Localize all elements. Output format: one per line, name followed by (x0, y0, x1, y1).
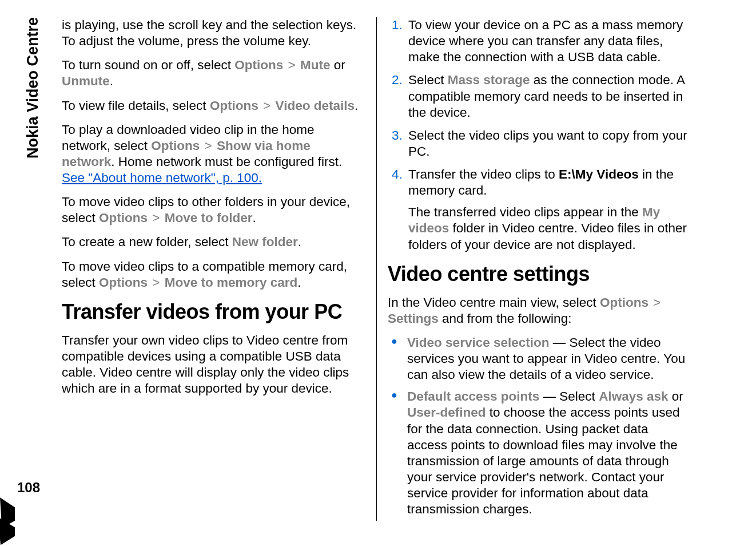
text: . (110, 74, 113, 88)
ui-options: Options (151, 139, 200, 153)
separator-gt: > (283, 58, 300, 72)
paragraph-file-details: To view file details, select Options > V… (62, 98, 365, 114)
ui-options: Options (210, 98, 258, 113)
text: . (297, 275, 301, 290)
heading-video-centre-settings: Video centre settings (388, 261, 691, 287)
ui-options: Options (99, 275, 148, 290)
ui-new-folder: New folder (232, 235, 298, 249)
path-my-videos: E:\My Videos (559, 167, 639, 181)
paragraph-home-network: To play a downloaded video clip in the h… (62, 122, 365, 187)
text: or (668, 389, 683, 403)
list-item: Select the video clips you want to copy … (406, 128, 691, 160)
ui-mute: Mute (300, 58, 331, 72)
side-chapter-label: Nokia Video Centre (24, 17, 42, 159)
list-item: To view your device on a PC as a mass me… (406, 17, 691, 65)
page-corner-decoration (0, 443, 15, 546)
text: . (252, 211, 256, 225)
ui-video-details: Video details (276, 98, 355, 113)
page-content: is playing, use the scroll key and the s… (62, 17, 691, 521)
paragraph-playing: is playing, use the scroll key and the s… (62, 17, 365, 49)
text: Select (408, 73, 448, 87)
text: and from the following: (439, 311, 572, 326)
ui-settings: Settings (388, 311, 439, 326)
text: Select the video clips you want to copy … (408, 128, 691, 160)
ui-always-ask: Always ask (599, 389, 668, 403)
separator-gt: > (648, 295, 662, 310)
text: folder in Video centre. Video files in o… (408, 221, 687, 251)
text: In the Video centre main view, select (388, 295, 600, 310)
separator-gt: > (258, 98, 276, 113)
text: — Select (539, 389, 599, 403)
ui-video-service-selection: Video service selection (407, 335, 549, 350)
text: . (298, 235, 301, 249)
paragraph-move-folder: To move video clips to other folders in … (62, 194, 365, 226)
text: Transfer the video clips to (408, 167, 559, 181)
ui-unmute: Unmute (62, 74, 110, 88)
separator-gt: > (148, 275, 165, 290)
text: To view file details, select (62, 98, 210, 113)
paragraph-settings-intro: In the Video centre main view, select Op… (388, 295, 691, 327)
paragraph-new-folder: To create a new folder, select New folde… (62, 234, 365, 250)
list-item: Transfer the video clips to E:\My Videos… (406, 167, 691, 253)
text: Select Mass storage as the connection mo… (408, 72, 691, 120)
list-item: Default access points — Select Always as… (404, 389, 691, 517)
text: The transferred video clips appear in th… (408, 204, 691, 252)
ui-user-defined: User-defined (407, 405, 486, 420)
text: or (330, 58, 345, 72)
text: Transfer the video clips to E:\My Videos… (408, 167, 691, 199)
ui-options: Options (600, 295, 648, 310)
ui-options: Options (99, 211, 148, 225)
settings-list: Video service selection — Select the vid… (388, 335, 691, 517)
list-item: Video service selection — Select the vid… (404, 335, 691, 383)
paragraph-move-memory: To move video clips to a compatible memo… (62, 259, 365, 291)
ui-mass-storage: Mass storage (448, 73, 530, 87)
list-item: Select Mass storage as the connection mo… (406, 72, 691, 120)
text: . Home network must be configured first. (111, 155, 342, 169)
page-number: 108 (17, 480, 40, 496)
ui-move-to-folder: Move to folder (165, 211, 253, 225)
separator-gt: > (148, 211, 165, 225)
paragraph-sound: To turn sound on or off, select Options … (62, 57, 365, 89)
link-home-network[interactable]: See "About home network", p. 100. (62, 171, 262, 185)
text: To turn sound on or off, select (62, 58, 234, 72)
text: To view your device on a PC as a mass me… (408, 17, 691, 65)
text: To create a new folder, select (62, 235, 232, 249)
separator-gt: > (200, 139, 217, 153)
ui-default-access-points: Default access points (407, 389, 539, 403)
ui-move-to-memory: Move to memory card (165, 275, 298, 290)
transfer-steps-list: To view your device on a PC as a mass me… (388, 17, 691, 253)
text: . (355, 98, 358, 113)
text: The transferred video clips appear in th… (408, 205, 642, 219)
ui-options: Options (234, 58, 283, 72)
text: to choose the access points used for the… (407, 405, 680, 516)
heading-transfer-videos: Transfer videos from your PC (62, 299, 365, 325)
paragraph-transfer-intro: Transfer your own video clips to Video c… (62, 333, 365, 397)
